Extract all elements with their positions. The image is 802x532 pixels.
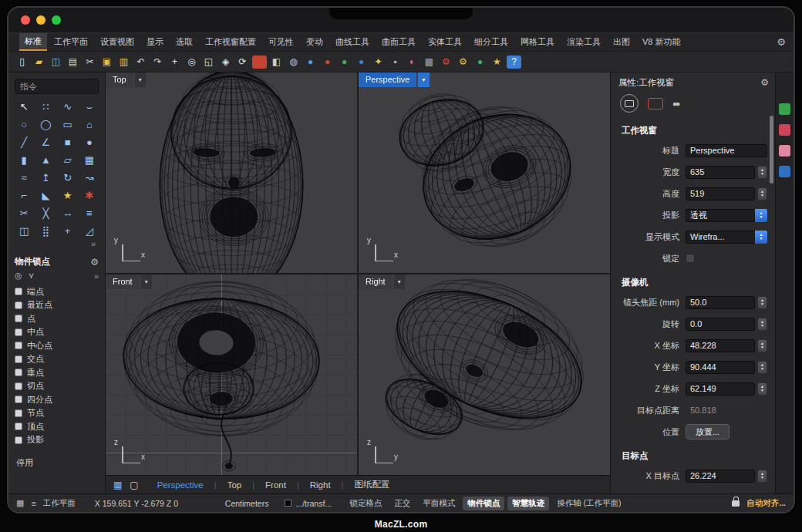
chamfer-tool[interactable]: ◣ [35, 187, 56, 204]
menu-item[interactable]: 标准 [19, 33, 47, 51]
gear-yellow-icon[interactable]: ⚙ [456, 56, 470, 69]
viewport-tab[interactable]: Top [217, 480, 253, 490]
render-properties-icon[interactable]: ●● [672, 99, 679, 108]
trim-tool[interactable]: ✂ [13, 205, 35, 221]
curve-tool[interactable]: ∿ [57, 99, 79, 115]
status-toggle[interactable]: 正交 [389, 497, 415, 510]
fillet-tool[interactable]: ⌐ [13, 187, 35, 204]
loft-tool[interactable]: ≈ [13, 170, 35, 186]
viewport-tab[interactable]: 图纸配置 [343, 479, 400, 490]
viewport-name-input[interactable]: Perspective [686, 144, 767, 157]
texture-library-icon[interactable] [779, 145, 790, 157]
status-toggle[interactable]: 智慧轨迹 [507, 497, 549, 510]
four-view-layout-icon[interactable]: ▦ [113, 480, 122, 490]
single-view-layout-icon[interactable]: ▢ [130, 480, 138, 490]
sweep-tool[interactable]: ↝ [79, 170, 100, 186]
status-toggle[interactable]: 物件锁点 [463, 497, 504, 510]
view-cube-icon[interactable]: ◧ [269, 56, 284, 69]
undo-icon[interactable]: ↶ [133, 56, 148, 69]
rectangle-tool[interactable]: ▭ [57, 116, 79, 133]
menu-item[interactable]: 实体工具 [423, 33, 467, 51]
menu-item[interactable]: 工作平面 [49, 33, 93, 51]
camera-z-input[interactable]: 62.149 [686, 382, 755, 396]
redo-icon[interactable]: ↷ [150, 56, 165, 69]
copy-icon[interactable]: ▣ [99, 56, 114, 69]
new-features-icon[interactable]: ★ [490, 56, 504, 69]
material-library-icon[interactable] [779, 124, 790, 136]
paint-tool[interactable]: ★ [57, 187, 79, 204]
padlock-icon[interactable] [732, 500, 740, 507]
rotation-stepper[interactable]: ▲▼ [757, 318, 767, 331]
arc-tool[interactable]: ⌣ [79, 99, 100, 115]
camera-x-stepper[interactable]: ▲▼ [757, 339, 767, 352]
extend-tool[interactable]: ↔ [57, 205, 79, 221]
properties-gear-icon[interactable]: ⚙ [760, 77, 769, 88]
pan-view-icon[interactable]: + [167, 56, 182, 69]
viewport-menu-arrow-icon[interactable]: ▾ [141, 274, 152, 289]
osnap-checkbox-row[interactable]: 交点 [13, 353, 100, 366]
checkbox[interactable] [15, 382, 22, 390]
osnap-checkbox-row[interactable]: 四分点 [13, 393, 100, 406]
zoom-window-icon[interactable]: ◱ [201, 56, 216, 69]
help-icon[interactable]: ? [507, 56, 521, 69]
viewport-title-top[interactable]: Top [106, 72, 133, 87]
viewport-tab[interactable]: Right [299, 480, 342, 490]
osnap-disable-toggle[interactable]: 停用 [13, 457, 100, 469]
osnap-checkbox-row[interactable]: 点 [13, 312, 100, 325]
ellipse-tool[interactable]: ◯ [35, 116, 56, 133]
grid-toggle-icon[interactable]: ▦ [16, 498, 24, 508]
paste-icon[interactable]: ▥ [116, 56, 131, 69]
extrude-tool[interactable]: ↥ [35, 170, 56, 186]
checkbox[interactable] [15, 301, 22, 309]
menu-item[interactable]: V8 新功能 [637, 33, 686, 51]
cone-tool[interactable]: ▲ [35, 152, 56, 168]
auto-align-label[interactable]: 自动对齐... [746, 498, 786, 509]
osnap-filter-icon[interactable]: ⋎ [29, 271, 35, 281]
osnap-checkbox-row[interactable]: 顶点 [13, 420, 100, 433]
menu-item[interactable]: 曲线工具 [330, 33, 375, 51]
place-camera-button[interactable]: 放置... [686, 424, 730, 439]
viewport-canvas-perspective[interactable] [359, 72, 610, 273]
osnap-checkbox-row[interactable]: 切点 [13, 380, 100, 393]
menu-item[interactable]: 变动 [301, 33, 329, 51]
osnap-overflow-chevron[interactable]: » [94, 271, 99, 281]
checkbox[interactable] [15, 396, 22, 403]
viewport-tab[interactable]: Perspective [147, 480, 214, 490]
target-x-input[interactable]: 26.224 [686, 470, 755, 483]
camera-x-input[interactable]: 48.228 [686, 339, 755, 352]
viewport-menu-arrow-icon[interactable]: ▾ [418, 72, 429, 87]
box-tool[interactable]: ■ [57, 134, 79, 150]
osnap-checkbox-row[interactable]: 垂点 [13, 366, 100, 379]
checkbox[interactable] [15, 409, 22, 417]
open-file-icon[interactable]: ▰ [32, 56, 46, 69]
checkbox[interactable] [15, 369, 22, 376]
menu-item[interactable]: 设置视图 [95, 33, 140, 51]
menu-item[interactable]: 可见性 [263, 33, 299, 51]
move-tool[interactable]: + [57, 223, 79, 239]
osnap-gear-icon[interactable]: ⚙ [90, 257, 99, 268]
checkbox[interactable] [15, 436, 22, 444]
cylinder-tool[interactable]: ▮ [13, 152, 35, 168]
projection-dropdown[interactable]: 透视 ▲▼ [686, 209, 767, 222]
new-file-icon[interactable]: ▯ [15, 56, 29, 69]
camera-z-stepper[interactable]: ▲▼ [757, 382, 767, 396]
viewport-title-front[interactable]: Front [106, 274, 140, 289]
globe-icon[interactable]: ● [473, 56, 487, 69]
material-sphere-icon[interactable]: ◐ [405, 56, 420, 69]
current-layer-chip[interactable]: .../transf... [285, 499, 332, 508]
gear-icon[interactable]: ⚙ [777, 33, 786, 51]
array-tool[interactable]: ⣿ [35, 223, 56, 239]
osnap-checkbox-row[interactable]: 最近点 [13, 299, 100, 312]
cplane-label[interactable]: 工作平面 [43, 498, 76, 509]
menu-item[interactable]: 显示 [141, 33, 169, 51]
viewport-width-input[interactable]: 635 [686, 166, 755, 179]
checkbox[interactable] [15, 315, 22, 322]
osnap-checkbox-row[interactable]: 节点 [13, 407, 100, 420]
osnap-checkbox-row[interactable]: 投影 [13, 434, 100, 447]
close-button[interactable] [21, 15, 30, 25]
viewport-properties-camera-icon[interactable] [620, 94, 639, 113]
checkbox[interactable] [15, 423, 22, 430]
status-toggle[interactable]: 锁定格点 [345, 497, 386, 510]
sphere-tool[interactable]: ● [79, 134, 100, 150]
cut-icon[interactable]: ✂ [83, 56, 97, 69]
